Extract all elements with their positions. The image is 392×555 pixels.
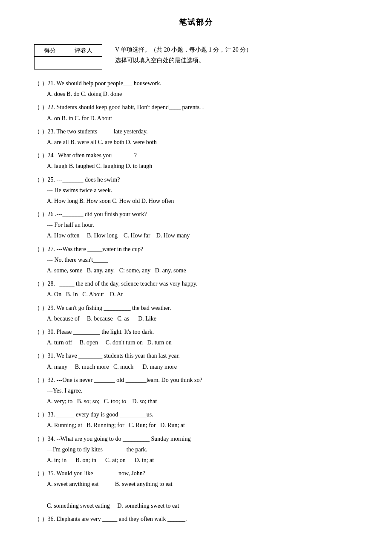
question-24: （ ）24 What often makes you_______ ? A. l… xyxy=(34,150,358,171)
question-26: （ ）26 .---_______ did you finish your wo… xyxy=(34,209,358,241)
options-line1: A. sweet anything eat B. sweet anything … xyxy=(34,479,358,489)
question-32: （ ）32. ---One is never _______ old _____… xyxy=(34,375,358,407)
answer: ---Yes. I agree. xyxy=(34,385,358,396)
question-text: （ ）36. Elephants are very _____ and they… xyxy=(34,516,187,522)
answer: --- For half an hour. xyxy=(34,220,358,230)
question-35: （ ）35. Would you like________ now, John?… xyxy=(34,468,358,511)
question-21: （ ）21. We should help poor people___ hou… xyxy=(34,78,358,99)
question-text: （ ）27. ---Was there _____water in the cu… xyxy=(34,246,143,252)
question-text: （ ）32. ---One is never _______ old _____… xyxy=(34,377,202,383)
question-30: （ ）30. Please _________ the light. It's … xyxy=(34,327,358,348)
options: A. are all B. were all C. are both D. we… xyxy=(34,137,358,147)
options: A. in; in B. on; in C. at; on D. in; at xyxy=(34,455,358,465)
reviewer-value xyxy=(65,57,102,69)
question-34: （ ）34. --What are you going to do ______… xyxy=(34,434,358,466)
options: A. because of B. because C. as D. Like xyxy=(34,313,358,324)
options: A. very; to B. so; so; C. too; to D. so;… xyxy=(34,396,358,407)
options: A. on B. in C. for D. About xyxy=(34,113,358,124)
question-text: （ ）35. Would you like________ now, John? xyxy=(34,470,145,477)
score-label: 得分 xyxy=(35,45,65,57)
question-text: （ ）30. Please _________ the light. It's … xyxy=(34,329,154,335)
question-text: （ ）25. ---_______ does he swim? xyxy=(34,176,120,183)
instructions: V 单项选择。（共 20 小题，每小题 1 分，计 20 分） 选择可以填入空白… xyxy=(115,44,252,66)
question-text: （ ）22. Students should keep good habit, … xyxy=(34,104,204,110)
question-27: （ ）27. ---Was there _____water in the cu… xyxy=(34,244,358,276)
options-line2: C. something sweet eating D. something s… xyxy=(34,500,358,511)
question-22: （ ）22. Students should keep good habit, … xyxy=(34,102,358,123)
question-text: （ ）21. We should help poor people___ hou… xyxy=(34,80,161,87)
question-33: （ ）33. ______ every day is good ________… xyxy=(34,409,358,431)
answer: ---I'm going to fly kites _______the par… xyxy=(34,444,358,455)
question-text: （ ）24 What often makes you_______ ? xyxy=(34,152,137,159)
page-title: 笔试部分 xyxy=(34,17,358,27)
options: A. On B. In C. About D. At xyxy=(34,289,358,300)
question-25: （ ）25. ---_______ does he swim? --- He s… xyxy=(34,174,358,207)
options: A. many B. much more C. much D. many mor… xyxy=(34,361,358,372)
question-text: （ ）29. We can't go fishing _________ the… xyxy=(34,305,171,311)
score-table: 得分 评卷人 xyxy=(34,44,102,69)
question-text: （ ）33. ______ every day is good ________… xyxy=(34,411,153,418)
question-text: （ ）26 .---_______ did you finish your wo… xyxy=(34,211,147,217)
options: A. does B. do C. doing D. done xyxy=(34,89,358,99)
questions-section: （ ）21. We should help poor people___ hou… xyxy=(34,78,358,524)
question-36: （ ）36. Elephants are very _____ and they… xyxy=(34,514,358,524)
reviewer-label: 评卷人 xyxy=(65,45,102,57)
options: A. How long B. How soon C. How old D. Ho… xyxy=(34,196,358,206)
score-value xyxy=(35,57,65,69)
question-text: （ ）28. _____ the end of the day, science… xyxy=(34,280,197,287)
question-text: （ ）23. The two students_____ late yester… xyxy=(34,128,148,135)
question-29: （ ）29. We can't go fishing _________ the… xyxy=(34,303,358,324)
options: A. some, some B. any, any. C: some, any … xyxy=(34,265,358,276)
answer: --- He swims twice a week. xyxy=(34,185,358,196)
question-text: （ ）34. --What are you going to do ______… xyxy=(34,436,190,442)
options: A. Running; at B. Running; for C. Run; f… xyxy=(34,420,358,431)
answer: --- No, there wasn't_____ xyxy=(34,254,358,265)
question-text: （ ）31. We have ________ students this ye… xyxy=(34,353,180,359)
options: A. turn off B. open C. don't turn on D. … xyxy=(34,337,358,348)
question-31: （ ）31. We have ________ students this ye… xyxy=(34,350,358,372)
question-23: （ ）23. The two students_____ late yester… xyxy=(34,126,358,147)
options: A. laugh B. laughed C. laughing D. to la… xyxy=(34,161,358,171)
question-28: （ ）28. _____ the end of the day, science… xyxy=(34,278,358,300)
options: A. How often B. How long C. How far D. H… xyxy=(34,230,358,241)
